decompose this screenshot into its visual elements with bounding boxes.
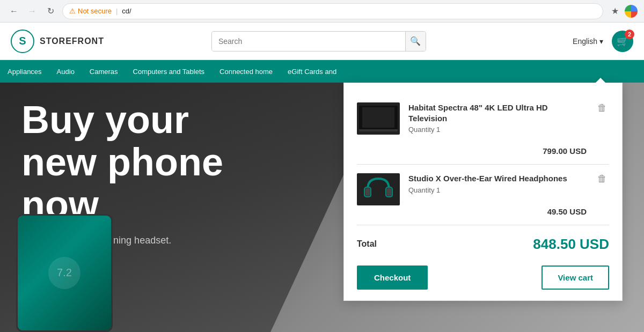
reload-button[interactable]: ↻ — [43, 4, 58, 19]
cart-item-headphones: Studio X Over-the-Ear Wired Headphones Q… — [357, 165, 609, 225]
tv-quantity: Quantity 1 — [408, 126, 587, 134]
tablet-screen-content-icon: 7.2 — [43, 252, 86, 294]
headphones-name: Studio X Over-the-Ear Wired Headphones — [408, 173, 587, 184]
tv-price: 799.00 USD — [408, 146, 587, 156]
tablet-image: 7.2 — [16, 214, 113, 332]
view-cart-button[interactable]: View cart — [541, 265, 609, 290]
header-right: English ▾ 🛒 2 — [573, 31, 633, 52]
tablet-screen: 7.2 — [18, 216, 111, 330]
total-label: Total — [357, 239, 377, 249]
cart-item-tv: Habitat Spectra 48" 4K LED Ultra HD Tele… — [357, 94, 609, 165]
cart-total: Total 848.50 USD — [357, 225, 609, 263]
language-label: English — [573, 37, 597, 46]
checkout-button[interactable]: Checkout — [357, 265, 428, 290]
headphones-price: 49.50 USD — [408, 207, 587, 216]
page-wrapper: S STOREFRONT 🔍 English ▾ 🛒 2 Appliances … — [0, 23, 644, 332]
nav-item-cameras[interactable]: Cameras — [82, 60, 126, 83]
nav-item-audio[interactable]: Audio — [49, 60, 82, 83]
headphones-details: Studio X Over-the-Ear Wired Headphones Q… — [408, 173, 587, 216]
search-input[interactable] — [212, 32, 405, 51]
svg-rect-4 — [365, 188, 370, 196]
warning-icon: ⚠ — [69, 7, 76, 15]
nav-bar: Appliances Audio Cameras Computers and T… — [0, 60, 644, 83]
cart-dropdown: Habitat Spectra 48" 4K LED Ultra HD Tele… — [343, 83, 623, 301]
tv-image-icon — [359, 106, 398, 131]
language-chevron-icon: ▾ — [599, 37, 603, 46]
back-button[interactable]: ← — [6, 4, 21, 19]
bookmark-button[interactable]: ★ — [608, 4, 623, 19]
headphones-quantity: Quantity 1 — [408, 186, 587, 194]
svg-text:7.2: 7.2 — [57, 267, 72, 278]
nav-buttons: ← → ↻ — [6, 4, 58, 19]
security-label: Not secure — [78, 7, 112, 15]
search-bar: 🔍 — [211, 31, 426, 51]
headphones-thumbnail — [357, 173, 400, 205]
forward-button[interactable]: → — [25, 4, 40, 19]
address-bar[interactable]: ⚠ Not secure | cd/ — [62, 3, 603, 19]
tv-name: Habitat Spectra 48" 4K LED Ultra HD Tele… — [408, 102, 587, 123]
browser-chrome: ← → ↻ ⚠ Not secure | cd/ ★ — [0, 0, 644, 23]
tv-delete-button[interactable]: 🗑 — [595, 102, 609, 114]
nav-item-appliances[interactable]: Appliances — [0, 60, 49, 83]
svg-rect-5 — [387, 188, 391, 196]
security-warning: ⚠ Not secure — [69, 7, 112, 15]
logo-icon: S — [11, 29, 34, 53]
browser-actions: ★ — [608, 4, 638, 19]
headphones-image-icon — [362, 173, 394, 205]
cart-dropdown-inner: Habitat Spectra 48" 4K LED Ultra HD Tele… — [344, 83, 622, 300]
logo-text: STOREFRONT — [40, 36, 104, 46]
search-button[interactable]: 🔍 — [405, 31, 426, 51]
cart-caret — [595, 78, 606, 83]
google-account-icon[interactable] — [625, 5, 638, 18]
language-selector[interactable]: English ▾ — [573, 37, 603, 46]
logo-area[interactable]: S STOREFRONT — [11, 29, 104, 53]
tv-details: Habitat Spectra 48" 4K LED Ultra HD Tele… — [408, 102, 587, 156]
tv-screen — [362, 107, 394, 128]
url-separator: | — [116, 7, 118, 15]
hero-main-text: Buy your new phone now — [21, 99, 223, 226]
headphones-svg — [362, 173, 394, 205]
cart-actions: Checkout View cart — [357, 263, 609, 290]
tv-thumbnail — [357, 102, 400, 135]
nav-item-egift[interactable]: eGift Cards and — [280, 60, 344, 83]
cart-button[interactable]: 🛒 2 — [612, 31, 633, 52]
headphones-delete-button[interactable]: 🗑 — [595, 173, 609, 185]
cart-badge: 2 — [625, 29, 634, 39]
total-amount: 848.50 USD — [533, 236, 609, 253]
site-header: S STOREFRONT 🔍 English ▾ 🛒 2 — [0, 23, 644, 60]
nav-item-computers[interactable]: Computers and Tablets — [126, 60, 212, 83]
url-path: cd/ — [122, 7, 131, 15]
nav-item-connected-home[interactable]: Connected home — [212, 60, 280, 83]
